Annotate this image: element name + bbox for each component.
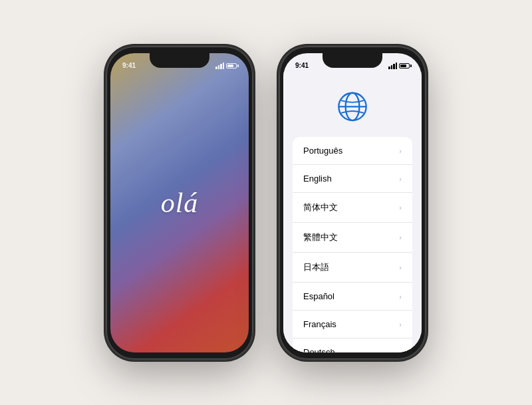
notch-right bbox=[323, 53, 382, 68]
status-icons-left bbox=[215, 63, 237, 69]
lang-item-de[interactable]: Deutsch › bbox=[293, 338, 412, 352]
battery-icon-right bbox=[399, 63, 410, 68]
chevron-icon-es: › bbox=[399, 293, 402, 301]
lang-item-pt[interactable]: Português › bbox=[293, 137, 412, 165]
chevron-icon-en: › bbox=[399, 175, 402, 183]
time-left: 9:41 bbox=[122, 62, 136, 69]
chevron-icon-zh-hans: › bbox=[399, 203, 402, 211]
lang-name-fr: Français bbox=[303, 319, 336, 329]
lang-item-zh-hans[interactable]: 简体中文 › bbox=[293, 193, 412, 223]
signal-icon-right bbox=[388, 63, 397, 69]
chevron-icon-de: › bbox=[399, 348, 402, 352]
lang-name-de: Deutsch bbox=[303, 347, 335, 352]
lang-item-zh-hant[interactable]: 繁體中文 › bbox=[293, 223, 412, 253]
lang-name-pt: Português bbox=[303, 146, 342, 156]
notch-left bbox=[150, 53, 209, 68]
chevron-icon-pt: › bbox=[399, 147, 402, 155]
lang-item-en[interactable]: English › bbox=[293, 165, 412, 193]
status-icons-right bbox=[388, 63, 410, 69]
globe-icon bbox=[335, 90, 370, 123]
chevron-icon-ja: › bbox=[399, 263, 402, 271]
chevron-icon-zh-hant: › bbox=[399, 233, 402, 241]
phone-right: 9:41 bbox=[279, 47, 426, 359]
language-list: Português › English › 简体中文 › 繁體中文 › 日本語 bbox=[293, 137, 412, 352]
phone-left: 9:41 olá bbox=[106, 47, 253, 359]
lang-name-zh-hans: 简体中文 bbox=[303, 202, 338, 213]
signal-icon-left bbox=[215, 63, 224, 69]
language-content: Português › English › 简体中文 › 繁體中文 › 日本語 bbox=[283, 72, 422, 352]
lang-name-en: English bbox=[303, 174, 332, 184]
lang-name-zh-hant: 繁體中文 bbox=[303, 231, 338, 243]
lang-item-es[interactable]: Español › bbox=[293, 283, 412, 311]
lang-name-ja: 日本語 bbox=[303, 261, 329, 273]
splash-greeting: olá bbox=[161, 187, 199, 219]
time-right: 9:41 bbox=[295, 62, 309, 69]
lang-item-ja[interactable]: 日本語 › bbox=[293, 253, 412, 283]
chevron-icon-fr: › bbox=[399, 321, 402, 329]
lang-name-es: Español bbox=[303, 291, 334, 301]
lang-item-fr[interactable]: Français › bbox=[293, 311, 412, 338]
battery-icon-left bbox=[226, 63, 237, 68]
